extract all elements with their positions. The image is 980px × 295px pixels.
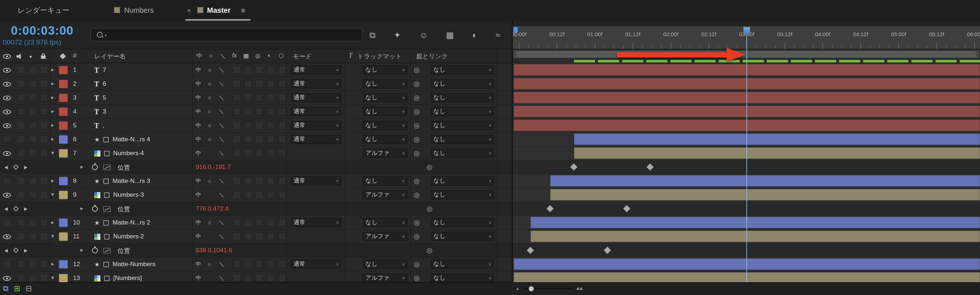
- layer-duration-bar[interactable]: [574, 134, 980, 145]
- solo-toggle[interactable]: [29, 136, 37, 143]
- property-value[interactable]: 638.0,1041.6: [196, 247, 232, 254]
- add-keyframe-icon[interactable]: [13, 247, 19, 254]
- label-color-swatch[interactable]: [59, 121, 68, 130]
- eye-icon[interactable]: [3, 68, 11, 73]
- layer-name[interactable]: Numbers-2: [113, 233, 144, 240]
- frame-blend-toggle[interactable]: [244, 80, 252, 88]
- solo-toggle[interactable]: [29, 177, 37, 185]
- parent-dropdown[interactable]: なし∨: [431, 79, 494, 88]
- parent-dropdown[interactable]: なし∨: [431, 107, 494, 116]
- solo-toggle[interactable]: [29, 274, 37, 282]
- adjustment-toggle[interactable]: [267, 66, 275, 74]
- keyframe-diamond-icon[interactable]: [527, 247, 533, 254]
- pickwhip-icon[interactable]: ◎: [414, 135, 420, 144]
- shy-toggle[interactable]: 中: [196, 219, 201, 226]
- visibility-toggle[interactable]: [3, 260, 11, 268]
- add-keyframe-icon[interactable]: [13, 206, 19, 212]
- shy-toggle[interactable]: 中: [196, 94, 201, 101]
- mode-dropdown[interactable]: 通常∨: [291, 135, 341, 144]
- lock-toggle[interactable]: [40, 136, 48, 143]
- shy-toggle[interactable]: 中: [196, 233, 201, 240]
- mini-flowchart-icon[interactable]: ⧉: [369, 30, 375, 40]
- frame-blend-toggle[interactable]: [244, 233, 252, 240]
- layer-duration-bar[interactable]: [550, 189, 980, 201]
- parent-dropdown[interactable]: なし∨: [431, 135, 494, 144]
- track-matte-dropdown[interactable]: なし∨: [363, 260, 407, 269]
- label-color-swatch[interactable]: [59, 80, 68, 88]
- label-color-swatch[interactable]: [59, 149, 68, 158]
- graph-editor-icon[interactable]: ≈: [495, 30, 500, 40]
- layer-duration-bar[interactable]: [531, 217, 980, 228]
- keyframe-diamond-icon[interactable]: [604, 247, 611, 254]
- zoom-slider[interactable]: [525, 289, 572, 290]
- motion-blur-toggle[interactable]: [256, 94, 263, 102]
- adjustment-toggle[interactable]: [267, 177, 275, 185]
- shy-toggle[interactable]: 中: [196, 150, 201, 156]
- panel-timeline-divider[interactable]: [512, 21, 513, 282]
- twirl-icon[interactable]: ▾: [51, 191, 54, 198]
- visibility-toggle[interactable]: [3, 177, 11, 185]
- fx-toggle[interactable]: [233, 274, 240, 282]
- tab-close-icon[interactable]: ×: [187, 0, 191, 21]
- motion-blur-toggle[interactable]: [256, 149, 263, 157]
- collapse-toggle[interactable]: ☼: [207, 94, 212, 100]
- solo-toggle[interactable]: [29, 219, 37, 226]
- twirl-icon[interactable]: ▸: [51, 80, 54, 87]
- pickwhip-icon[interactable]: ◎: [426, 246, 433, 255]
- frame-blend-toggle[interactable]: [244, 136, 252, 143]
- track-matte-dropdown[interactable]: なし∨: [363, 121, 407, 130]
- layer-name[interactable]: 5: [103, 94, 106, 102]
- cube-3d-toggle[interactable]: [278, 191, 286, 199]
- fx-toggle[interactable]: [233, 233, 240, 240]
- track-matte-dropdown[interactable]: なし∨: [363, 93, 407, 102]
- search-input[interactable]: [112, 29, 360, 40]
- label-color-swatch[interactable]: [59, 232, 68, 241]
- visibility-toggle[interactable]: [3, 136, 11, 143]
- keyframe-diamond-icon[interactable]: [547, 205, 553, 212]
- pickwhip-icon[interactable]: ◎: [414, 232, 420, 241]
- cube-3d-toggle[interactable]: [278, 260, 286, 268]
- adjustment-toggle[interactable]: [267, 108, 275, 115]
- collapse-toggle[interactable]: ☼: [207, 122, 212, 128]
- lock-toggle[interactable]: [40, 260, 48, 268]
- shy-toggle[interactable]: 中: [196, 122, 201, 129]
- track-matte-dropdown[interactable]: アルファ∨: [363, 273, 407, 282]
- cube-3d-toggle[interactable]: [278, 233, 286, 240]
- keyframe-diamond-icon[interactable]: [570, 164, 577, 170]
- cube-3d-toggle[interactable]: [278, 219, 286, 226]
- motion-blur-toggle[interactable]: [256, 219, 263, 226]
- audio-toggle[interactable]: [18, 121, 25, 129]
- property-name[interactable]: 位置: [118, 164, 130, 172]
- mode-dropdown[interactable]: 通常∨: [291, 93, 341, 102]
- mode-dropdown[interactable]: 通常∨: [291, 121, 341, 130]
- zoom-in-mountain-icon[interactable]: ▲▲: [576, 285, 582, 291]
- track-matte-dropdown[interactable]: なし∨: [363, 79, 407, 88]
- layer-duration-bar[interactable]: [531, 231, 980, 242]
- audio-toggle[interactable]: [18, 66, 25, 74]
- stopwatch-icon[interactable]: [92, 164, 98, 170]
- frame-blend-toggle[interactable]: [244, 274, 252, 282]
- fx-toggle[interactable]: [233, 260, 240, 268]
- track-matte-dropdown[interactable]: なし∨: [363, 65, 407, 75]
- audio-toggle[interactable]: [18, 80, 25, 88]
- lock-toggle[interactable]: [40, 80, 48, 88]
- parent-dropdown[interactable]: なし∨: [431, 121, 494, 130]
- layer-duration-bar[interactable]: [574, 148, 980, 159]
- motion-blur-toggle[interactable]: [256, 274, 263, 282]
- draft-3d-icon[interactable]: ✦: [394, 30, 401, 40]
- twirl-icon[interactable]: ▸: [51, 260, 54, 267]
- quality-toggle[interactable]: ＼: [219, 233, 224, 240]
- frame-blend-toggle[interactable]: [244, 219, 252, 226]
- lock-toggle[interactable]: [40, 233, 48, 240]
- pickwhip-icon[interactable]: ◎: [414, 191, 420, 199]
- twirl-icon[interactable]: ▸: [51, 66, 54, 73]
- audio-toggle[interactable]: [18, 94, 25, 102]
- collapse-toggle[interactable]: ☼: [207, 219, 212, 225]
- frame-blend-toggle[interactable]: [244, 191, 252, 199]
- mode-dropdown[interactable]: 通常∨: [291, 65, 341, 75]
- frame-blend-toggle[interactable]: [244, 260, 252, 268]
- pickwhip-icon[interactable]: ◎: [414, 80, 420, 88]
- cube-3d-toggle[interactable]: [278, 274, 286, 282]
- toggle-layer-switches-icon[interactable]: ⧉: [3, 284, 8, 293]
- solo-toggle[interactable]: [29, 66, 37, 74]
